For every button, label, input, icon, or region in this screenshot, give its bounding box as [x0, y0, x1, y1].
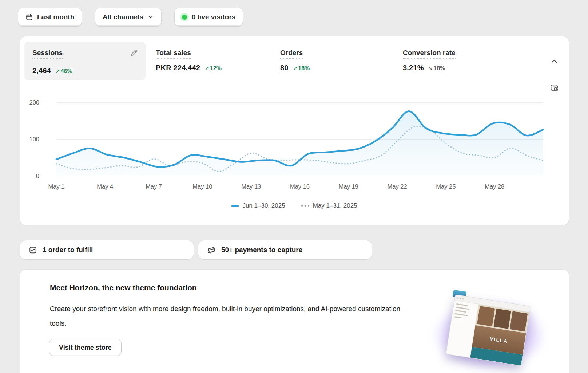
metric-value: 2,464	[32, 67, 51, 75]
orders-to-fulfill-chip[interactable]: 1 order to fulfill	[20, 240, 194, 259]
calendar-icon	[25, 13, 33, 21]
svg-text:100: 100	[29, 136, 39, 142]
metric-conversion-rate[interactable]: Conversion rate 3.21% ↘ 18%	[403, 49, 456, 72]
metric-delta: ↗ 12%	[204, 65, 222, 72]
metric-label: Sessions	[32, 49, 63, 59]
metric-total-sales[interactable]: Total sales PKR 224,442 ↗ 12%	[156, 49, 222, 72]
date-range-label: Last month	[37, 13, 74, 21]
metric-orders[interactable]: Orders 80 ↗ 18%	[280, 49, 310, 72]
sessions-line-chart: 0100200May 1May 4May 7May 10May 13May 16…	[20, 91, 569, 199]
payments-to-capture-label: 50+ payments to capture	[221, 246, 302, 254]
metric-delta: ↗ 46%	[55, 68, 72, 75]
solid-line-swatch-icon	[231, 205, 239, 207]
svg-text:200: 200	[29, 99, 39, 106]
theme-preview-art: VILLA	[431, 277, 559, 373]
date-range-button[interactable]: Last month	[18, 8, 82, 26]
trend-up-icon: ↗	[55, 68, 60, 75]
edit-metric-button[interactable]	[130, 49, 138, 57]
dotted-line-swatch-icon	[301, 205, 309, 207]
trend-up-icon: ↗	[204, 65, 209, 72]
legend-current-period: Jun 1–30, 2025	[231, 202, 285, 209]
theme-logo-text: VILLA	[489, 336, 508, 345]
svg-text:May 16: May 16	[290, 183, 310, 190]
svg-text:May 1: May 1	[48, 183, 65, 190]
collapse-card-button[interactable]	[550, 57, 559, 66]
promo-body: Create your storefront vision with more …	[50, 302, 414, 331]
metric-label: Orders	[280, 49, 303, 59]
visit-theme-store-button[interactable]: Visit theme store	[49, 339, 122, 356]
trend-up-icon: ↗	[293, 65, 298, 72]
metric-value: 80	[280, 64, 289, 72]
trend-down-icon: ↘	[428, 65, 433, 72]
svg-text:May 10: May 10	[192, 183, 212, 190]
promo-title: Meet Horizon, the new theme foundation	[50, 283, 197, 292]
svg-text:May 22: May 22	[388, 183, 407, 190]
theme-preview-window: VILLA	[446, 294, 531, 366]
orders-to-fulfill-label: 1 order to fulfill	[43, 246, 93, 254]
svg-text:May 13: May 13	[241, 183, 261, 190]
svg-text:May 19: May 19	[339, 183, 358, 190]
order-box-icon	[29, 246, 37, 254]
svg-text:May 25: May 25	[436, 183, 456, 190]
metric-label: Conversion rate	[403, 49, 456, 59]
metric-tab-sessions[interactable]: Sessions 2,464 ↗ 46%	[24, 42, 146, 80]
channels-dropdown[interactable]: All channels	[95, 8, 161, 26]
chevron-down-icon	[147, 14, 154, 20]
svg-text:0: 0	[36, 173, 39, 179]
svg-text:May 28: May 28	[485, 183, 504, 190]
metric-delta: ↘ 18%	[428, 65, 445, 72]
svg-text:May 4: May 4	[97, 183, 113, 190]
chart-legend: Jun 1–30, 2025 May 1–31, 2025	[20, 202, 569, 209]
metric-label: Total sales	[156, 49, 191, 59]
pencil-icon	[130, 49, 138, 57]
live-visitors-label: 0 live visitors	[192, 13, 235, 21]
metric-value: PKR 224,442	[156, 64, 200, 72]
live-visitors-button[interactable]: 0 live visitors	[175, 8, 243, 26]
legend-compare-period: May 1–31, 2025	[301, 202, 357, 209]
horizon-promo-card: Meet Horizon, the new theme foundation C…	[20, 270, 569, 373]
payments-to-capture-chip[interactable]: 50+ payments to capture	[198, 240, 372, 259]
chevron-up-icon	[550, 57, 559, 66]
capture-payment-icon	[207, 246, 216, 254]
svg-text:May 7: May 7	[146, 183, 162, 190]
analytics-card: Sessions 2,464 ↗ 46% Total sales PKR 224…	[20, 36, 569, 225]
channels-label: All channels	[103, 13, 143, 21]
legend-label: Jun 1–30, 2025	[242, 202, 285, 209]
live-dot-icon	[182, 15, 187, 20]
legend-label: May 1–31, 2025	[313, 202, 357, 209]
metric-delta: ↗ 18%	[293, 65, 310, 72]
metric-value: 3.21%	[403, 64, 424, 72]
